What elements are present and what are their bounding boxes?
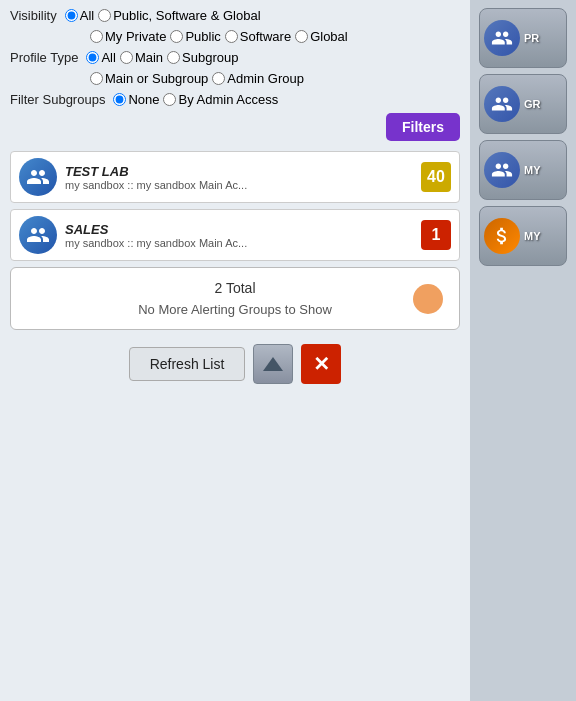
visibility-myprivate-radio[interactable] (90, 30, 103, 43)
fs-none-radio[interactable] (113, 93, 126, 106)
visibility-software-radio[interactable] (225, 30, 238, 43)
users-icon (26, 165, 50, 189)
group-badge-sales: 1 (421, 220, 451, 250)
visibility-public-radio[interactable] (170, 30, 183, 43)
users-icon-sales (26, 223, 50, 247)
bottom-bar: Refresh List ✕ (10, 344, 460, 384)
visibility-public-option[interactable]: Public (170, 29, 220, 44)
visibility-myprivate-label[interactable]: My Private (105, 29, 166, 44)
pt-main-label[interactable]: Main (135, 50, 163, 65)
group-info-testlab: TEST LAB my sandbox :: my sandbox Main A… (65, 164, 421, 191)
fs-none-option[interactable]: None (113, 92, 159, 107)
visibility-all-label[interactable]: All (80, 8, 94, 23)
visibility-global-radio[interactable] (295, 30, 308, 43)
sidebar-icon-gr (484, 86, 520, 122)
loading-circle (413, 284, 443, 314)
filter-subgroups-row: Filter Subgroups None By Admin Access (10, 92, 460, 107)
pt-subgroup-option[interactable]: Subgroup (167, 50, 238, 65)
group-name-sales: SALES (65, 222, 421, 237)
summary-box: 2 Total No More Alerting Groups to Show (10, 267, 460, 330)
group-item[interactable]: SALES my sandbox :: my sandbox Main Ac..… (10, 209, 460, 261)
group-icon-testlab (19, 158, 57, 196)
summary-no-more: No More Alerting Groups to Show (23, 302, 447, 317)
fs-byadmin-label[interactable]: By Admin Access (178, 92, 278, 107)
group-info-sales: SALES my sandbox :: my sandbox Main Ac..… (65, 222, 421, 249)
refresh-button[interactable]: Refresh List (129, 347, 246, 381)
visibility-global-option[interactable]: Global (295, 29, 348, 44)
visibility-label: Visibility (10, 8, 57, 23)
visibility-software-label[interactable]: Software (240, 29, 291, 44)
sidebar-label-my2: MY (524, 230, 541, 242)
pt-admingroup-radio[interactable] (212, 72, 225, 85)
group-name-testlab: TEST LAB (65, 164, 421, 179)
group-icon-sales (19, 216, 57, 254)
visibility-all-radio[interactable] (65, 9, 78, 22)
fs-none-label[interactable]: None (128, 92, 159, 107)
users-icon-pr (491, 27, 513, 49)
pt-mainorsub-radio[interactable] (90, 72, 103, 85)
visibility-psg-option[interactable]: Public, Software & Global (98, 8, 260, 23)
pt-main-option[interactable]: Main (120, 50, 163, 65)
pt-subgroup-radio[interactable] (167, 51, 180, 64)
fs-byadmin-option[interactable]: By Admin Access (163, 92, 278, 107)
visibility-row-1: Visibility All Public, Software & Global (10, 8, 460, 23)
filter-subgroups-label: Filter Subgroups (10, 92, 105, 107)
right-sidebar: PR GR MY MY (470, 0, 576, 701)
pt-all-radio[interactable] (86, 51, 99, 64)
pt-all-option[interactable]: All (86, 50, 115, 65)
visibility-psg-label[interactable]: Public, Software & Global (113, 8, 260, 23)
visibility-global-label[interactable]: Global (310, 29, 348, 44)
close-icon: ✕ (313, 352, 330, 376)
pt-all-label[interactable]: All (101, 50, 115, 65)
dollar-icon (491, 225, 513, 247)
visibility-public-label[interactable]: Public (185, 29, 220, 44)
pt-mainorsub-option[interactable]: Main or Subgroup (90, 71, 208, 86)
visibility-psg-radio[interactable] (98, 9, 111, 22)
pt-admingroup-option[interactable]: Admin Group (212, 71, 304, 86)
profile-type-row-2: Main or Subgroup Admin Group (90, 71, 460, 86)
visibility-software-option[interactable]: Software (225, 29, 291, 44)
users-icon-gr (491, 93, 513, 115)
group-path-sales: my sandbox :: my sandbox Main Ac... (65, 237, 421, 249)
filters-button[interactable]: Filters (386, 113, 460, 141)
sidebar-item-pr[interactable]: PR (479, 8, 567, 68)
visibility-myprivate-option[interactable]: My Private (90, 29, 166, 44)
pt-subgroup-label[interactable]: Subgroup (182, 50, 238, 65)
close-button[interactable]: ✕ (301, 344, 341, 384)
sidebar-item-my1[interactable]: MY (479, 140, 567, 200)
group-path-testlab: my sandbox :: my sandbox Main Ac... (65, 179, 421, 191)
pt-admingroup-label[interactable]: Admin Group (227, 71, 304, 86)
sidebar-item-my2[interactable]: MY (479, 206, 567, 266)
sidebar-label-gr: GR (524, 98, 541, 110)
group-item[interactable]: TEST LAB my sandbox :: my sandbox Main A… (10, 151, 460, 203)
visibility-row-2: My Private Public Software Global (90, 29, 460, 44)
main-panel: Visibility All Public, Software & Global… (0, 0, 470, 701)
sidebar-icon-pr (484, 20, 520, 56)
up-arrow-icon (263, 357, 283, 371)
sidebar-icon-my2 (484, 218, 520, 254)
sidebar-item-gr[interactable]: GR (479, 74, 567, 134)
group-badge-testlab: 40 (421, 162, 451, 192)
scroll-up-button[interactable] (253, 344, 293, 384)
pt-main-radio[interactable] (120, 51, 133, 64)
sidebar-label-pr: PR (524, 32, 539, 44)
sidebar-label-my1: MY (524, 164, 541, 176)
fs-byadmin-radio[interactable] (163, 93, 176, 106)
visibility-all-option[interactable]: All (65, 8, 94, 23)
users-icon-my1 (491, 159, 513, 181)
profile-type-row-1: Profile Type All Main Subgroup (10, 50, 460, 65)
sidebar-icon-my1 (484, 152, 520, 188)
pt-mainorsub-label[interactable]: Main or Subgroup (105, 71, 208, 86)
profile-type-label: Profile Type (10, 50, 78, 65)
summary-total: 2 Total (23, 280, 447, 296)
